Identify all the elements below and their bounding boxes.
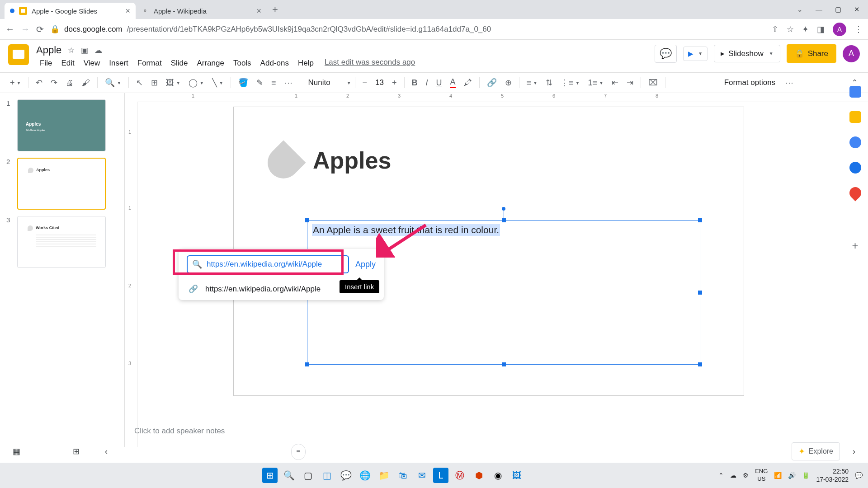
font-size-increase[interactable]: +: [388, 75, 401, 90]
shape-tool[interactable]: ◯▼: [185, 75, 208, 90]
menu-help[interactable]: Help: [294, 58, 317, 69]
reload-button[interactable]: ⟳: [36, 24, 44, 35]
chat-button[interactable]: 💬: [338, 468, 354, 483]
move-icon[interactable]: ▣: [81, 46, 88, 55]
indent-decrease-button[interactable]: ⇤: [608, 75, 622, 90]
start-button[interactable]: ⊞: [262, 468, 278, 483]
app-icon[interactable]: L: [433, 468, 448, 483]
slide-title[interactable]: Apples: [313, 147, 391, 174]
expand-side-panel-button[interactable]: ›: [849, 443, 859, 460]
slides-logo-icon[interactable]: [8, 44, 29, 65]
widgets-button[interactable]: ◫: [319, 468, 335, 483]
image-tool[interactable]: 🖼▼: [162, 75, 184, 90]
add-addon-button[interactable]: +: [852, 239, 858, 252]
menu-format[interactable]: Format: [134, 58, 165, 69]
browser-tab-slides[interactable]: Apple - Google Slides ×: [5, 3, 136, 19]
maximize-icon[interactable]: ▢: [835, 5, 841, 14]
contacts-icon[interactable]: [849, 162, 861, 174]
tray-chevron-icon[interactable]: ⌃: [718, 472, 724, 479]
menu-arrange[interactable]: Arrange: [193, 58, 227, 69]
menu-file[interactable]: File: [36, 58, 56, 69]
explore-button[interactable]: ✦ Explore: [792, 442, 840, 460]
grid-view-button[interactable]: ⊞: [69, 443, 83, 460]
slideshow-button[interactable]: ▸ Slideshow ▼: [714, 45, 780, 62]
menu-icon[interactable]: ⋮: [854, 24, 863, 34]
photos-icon[interactable]: 🖼: [509, 468, 524, 483]
menu-slide[interactable]: Slide: [167, 58, 192, 69]
menu-insert[interactable]: Insert: [105, 58, 132, 69]
menu-edit[interactable]: Edit: [57, 58, 78, 69]
resize-handle[interactable]: [305, 362, 309, 366]
task-view-button[interactable]: ▢: [300, 468, 316, 483]
resize-handle[interactable]: [698, 362, 702, 366]
close-tab-icon[interactable]: ×: [256, 6, 261, 16]
slide-thumbnail-2[interactable]: Apples: [17, 158, 106, 210]
url-field[interactable]: 🔒 docs.google.com/presentation/d/1ebTKA9…: [50, 24, 765, 34]
indent-increase-button[interactable]: ⇥: [623, 75, 637, 90]
redo-button[interactable]: ↷: [47, 75, 61, 90]
collapse-panel-button[interactable]: ‹: [101, 443, 111, 460]
format-options-button[interactable]: Format options: [719, 78, 781, 87]
minimize-icon[interactable]: —: [816, 5, 822, 14]
menu-tools[interactable]: Tools: [230, 58, 255, 69]
apply-button[interactable]: Apply: [355, 260, 376, 269]
menu-addons[interactable]: Add-ons: [257, 58, 292, 69]
mcafee-icon[interactable]: Ⓜ: [452, 468, 467, 483]
resize-handle[interactable]: [698, 291, 702, 295]
resize-handle[interactable]: [305, 218, 309, 222]
office-icon[interactable]: ⬢: [471, 468, 486, 483]
text-color-button[interactable]: A: [447, 75, 459, 91]
slide-thumbnail-1[interactable]: Apples All About Apples: [17, 99, 106, 151]
line-tool[interactable]: ╲▼: [208, 75, 227, 90]
paint-format-button[interactable]: 🖌: [78, 75, 94, 90]
tasks-icon[interactable]: [849, 136, 861, 148]
store-icon[interactable]: 🛍: [395, 468, 410, 483]
link-search-field[interactable]: 🔍: [187, 255, 349, 273]
account-avatar[interactable]: A: [843, 45, 860, 62]
close-window-icon[interactable]: ✕: [854, 5, 860, 14]
maps-icon[interactable]: [847, 185, 863, 202]
font-size-decrease[interactable]: −: [359, 75, 371, 90]
side-panel-icon[interactable]: ◨: [817, 24, 825, 34]
explorer-icon[interactable]: 📁: [376, 468, 392, 483]
resize-handle[interactable]: [502, 362, 506, 366]
italic-button[interactable]: I: [422, 75, 432, 90]
document-title[interactable]: Apple: [36, 44, 61, 56]
border-color-button[interactable]: ✎: [253, 75, 267, 90]
fill-color-button[interactable]: 🪣: [235, 75, 252, 90]
clear-formatting-button[interactable]: ⌧: [645, 75, 661, 90]
onedrive-icon[interactable]: ☁: [730, 472, 736, 479]
browser-tab-wikipedia[interactable]: ⚬ Apple - Wikipedia ×: [136, 3, 267, 19]
bullet-list-button[interactable]: ⋮≡▼: [557, 75, 583, 90]
tab-search-icon[interactable]: ⌄: [797, 5, 803, 14]
font-family-select[interactable]: Nunito: [304, 76, 344, 89]
star-icon[interactable]: ☆: [68, 46, 75, 55]
language-indicator[interactable]: ENG US: [755, 468, 768, 483]
share-page-icon[interactable]: ⇧: [772, 24, 778, 34]
last-edit-link[interactable]: Last edit was seconds ago: [325, 58, 415, 69]
keep-icon[interactable]: [849, 111, 861, 123]
battery-icon[interactable]: 🔋: [802, 472, 810, 479]
chrome-icon[interactable]: ◉: [490, 468, 505, 483]
calendar-icon[interactable]: [849, 86, 861, 98]
numbered-list-button[interactable]: 1≡▼: [584, 75, 607, 90]
highlight-button[interactable]: 🖍: [460, 75, 476, 90]
resize-handle[interactable]: [502, 218, 506, 222]
bookmark-icon[interactable]: ☆: [787, 24, 794, 34]
bold-button[interactable]: B: [408, 75, 421, 90]
border-dash-button[interactable]: ⋯: [281, 75, 296, 90]
extensions-icon[interactable]: ✦: [802, 24, 809, 34]
close-tab-icon[interactable]: ×: [125, 6, 130, 16]
border-weight-button[interactable]: ≡: [268, 75, 280, 90]
slide-thumbnail-3[interactable]: Works Cited: [17, 216, 106, 268]
back-button[interactable]: ←: [5, 24, 14, 34]
insert-comment-button[interactable]: ⊕: [501, 75, 515, 90]
wifi-icon[interactable]: 📶: [774, 472, 782, 479]
speaker-notes[interactable]: Click to add speaker notes: [124, 420, 845, 440]
underline-button[interactable]: U: [433, 75, 446, 90]
print-button[interactable]: 🖨: [62, 75, 77, 90]
select-tool[interactable]: ↖: [132, 75, 146, 90]
comments-button[interactable]: 💬: [655, 45, 677, 63]
font-size-input[interactable]: 13: [372, 78, 387, 87]
rotate-handle[interactable]: [502, 207, 505, 211]
